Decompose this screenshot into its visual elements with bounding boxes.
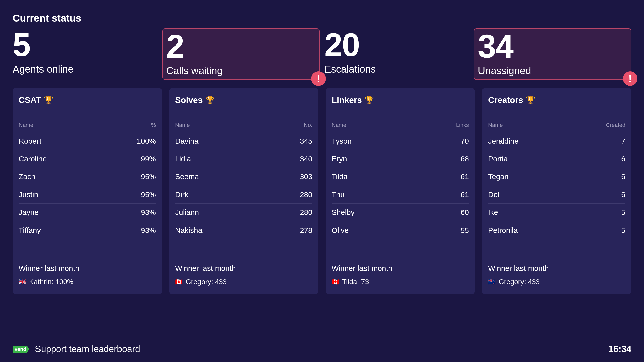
card-creators: Creators🏆NameCreatedJeraldine7Portia6Teg…: [482, 88, 631, 294]
row-name: Thu: [332, 190, 345, 199]
row-name: Dirk: [175, 190, 188, 199]
card-title: Solves🏆: [175, 95, 312, 105]
winner-section: Winner last month🇬🇧Kathrin: 100%: [19, 239, 156, 286]
row-value: 6: [621, 155, 625, 163]
table-header: Name%: [19, 122, 156, 132]
table-row: Tegan6: [488, 168, 625, 186]
row-value: 93%: [141, 208, 156, 217]
row-value: 5: [621, 208, 625, 217]
row-name: Zach: [19, 172, 35, 181]
leaderboard-table: Name%Robert100%Caroline99%Zach95%Justin9…: [19, 122, 156, 239]
row-name: Eryn: [332, 155, 347, 163]
row-name: Caroline: [19, 155, 47, 163]
row-name: Shelby: [332, 208, 355, 217]
current-status-header: Current status: [13, 13, 631, 24]
table-row: Shelby60: [332, 204, 469, 221]
row-value: 60: [461, 208, 469, 217]
status-cell-agents-online: 5Agents online: [13, 28, 162, 80]
table-row: Jeraldine7: [488, 132, 625, 150]
row-value: 70: [461, 137, 469, 145]
status-value: 20: [324, 28, 474, 61]
trophy-icon: 🏆: [365, 96, 374, 104]
flag-icon: 🇳🇿: [488, 278, 496, 285]
table-row: Dirk280: [175, 186, 312, 204]
row-name: Ike: [488, 208, 498, 217]
row-name: Tilda: [332, 172, 348, 181]
status-cell-unassigned: 34Unassigned!: [474, 28, 632, 80]
row-name: Tegan: [488, 172, 509, 181]
trophy-icon: 🏆: [526, 96, 535, 104]
winner-name: 🇳🇿Gregory: 433: [488, 278, 625, 286]
winner-text: Kathrin: 100%: [29, 278, 73, 286]
leaderboard-table: NameLinksTyson70Eryn68Tilda61Thu61Shelby…: [332, 122, 469, 239]
row-value: 99%: [141, 155, 156, 163]
table-row: Jayne93%: [19, 204, 156, 221]
status-label: Calls waiting: [166, 65, 316, 76]
winner-label: Winner last month: [332, 264, 469, 273]
row-value: 6: [621, 172, 625, 181]
card-title-text: CSAT: [19, 95, 41, 105]
row-value: 6: [621, 190, 625, 199]
trophy-icon: 🏆: [44, 96, 53, 104]
row-value: 61: [461, 172, 469, 181]
table-row: Justin95%: [19, 186, 156, 204]
col-name: Name: [19, 122, 33, 128]
table-row: Tiffany93%: [19, 221, 156, 239]
vend-logo: vend: [13, 346, 29, 353]
row-value: 5: [621, 226, 625, 235]
card-title: Linkers🏆: [332, 95, 469, 105]
winner-section: Winner last month🇨🇦Tilda: 73: [332, 239, 469, 286]
winner-label: Winner last month: [175, 264, 312, 273]
status-label: Unassigned: [478, 65, 628, 76]
row-value: 280: [300, 190, 312, 199]
table-header: NameLinks: [332, 122, 469, 132]
table-row: Lidia340: [175, 150, 312, 168]
col-value: Created: [606, 122, 625, 128]
col-name: Name: [332, 122, 346, 128]
leaderboard-table: NameCreatedJeraldine7Portia6Tegan6Del6Ik…: [488, 122, 625, 239]
col-value: No.: [304, 122, 312, 128]
winner-text: Tilda: 73: [342, 278, 369, 286]
row-name: Tiffany: [19, 226, 41, 235]
flag-icon: 🇨🇦: [332, 278, 339, 285]
table-row: Tyson70: [332, 132, 469, 150]
table-row: Tilda61: [332, 168, 469, 186]
row-name: Petronila: [488, 226, 518, 235]
winner-name: 🇬🇧Kathrin: 100%: [19, 278, 156, 286]
table-row: Zach95%: [19, 168, 156, 186]
row-name: Portia: [488, 155, 508, 163]
cards-row: CSAT🏆Name%Robert100%Caroline99%Zach95%Ju…: [13, 88, 631, 294]
card-linkers: Linkers🏆NameLinksTyson70Eryn68Tilda61Thu…: [326, 88, 475, 294]
leaderboard-table: NameNo.Davina345Lidia340Seema303Dirk280J…: [175, 122, 312, 239]
row-name: Tyson: [332, 137, 352, 145]
row-name: Davina: [175, 137, 198, 145]
status-value: 2: [166, 30, 316, 63]
table-row: Olive55: [332, 221, 469, 239]
table-row: Portia6: [488, 150, 625, 168]
row-name: Jayne: [19, 208, 39, 217]
winner-label: Winner last month: [488, 264, 625, 273]
row-value: 93%: [141, 226, 156, 235]
card-solves: Solves🏆NameNo.Davina345Lidia340Seema303D…: [169, 88, 318, 294]
winner-section: Winner last month🇳🇿Gregory: 433: [488, 239, 625, 286]
table-row: Caroline99%: [19, 150, 156, 168]
row-name: Olive: [332, 226, 349, 235]
footer-title: Support team leaderboard: [35, 344, 140, 354]
winner-section: Winner last month🇨🇦Gregory: 433: [175, 239, 312, 286]
table-row: Thu61: [332, 186, 469, 204]
row-value: 100%: [137, 137, 156, 145]
row-name: Nakisha: [175, 226, 202, 235]
trophy-icon: 🏆: [205, 96, 215, 104]
table-row: Ike5: [488, 204, 625, 221]
card-title-text: Linkers: [332, 95, 362, 105]
col-value: %: [151, 122, 156, 128]
row-value: 280: [300, 208, 312, 217]
col-value: Links: [456, 122, 469, 128]
row-name: Robert: [19, 137, 41, 145]
status-value: 34: [478, 30, 628, 63]
status-cell-escalations: 20Escalations: [324, 28, 474, 80]
table-row: Robert100%: [19, 132, 156, 150]
winner-name: 🇨🇦Tilda: 73: [332, 278, 469, 286]
table-header: NameNo.: [175, 122, 312, 132]
table-row: Eryn68: [332, 150, 469, 168]
